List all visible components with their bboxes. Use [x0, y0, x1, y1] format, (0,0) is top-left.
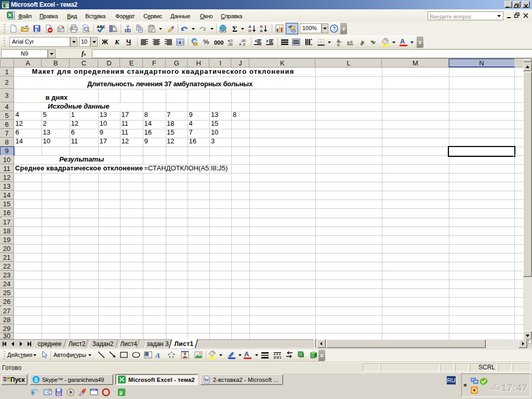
svg-text:?: ?	[332, 26, 336, 32]
svg-text:б: б	[350, 40, 353, 45]
svg-text:W: W	[204, 377, 209, 383]
svg-text:µ: µ	[119, 390, 123, 395]
svg-text:A: A	[145, 352, 148, 356]
svg-text:,00: ,00	[241, 39, 246, 43]
svg-text:,00: ,00	[228, 43, 233, 46]
svg-text:A: A	[155, 351, 161, 359]
svg-text:S: S	[34, 377, 38, 383]
svg-text:аб: аб	[370, 38, 377, 46]
svg-text:А: А	[260, 29, 263, 33]
svg-text:Σ: Σ	[232, 25, 237, 33]
svg-text:аб: аб	[358, 39, 366, 46]
svg-text:,0: ,0	[242, 43, 245, 46]
svg-text:а: а	[347, 40, 350, 45]
svg-text:a: a	[179, 39, 181, 45]
svg-text:Я: Я	[248, 29, 251, 33]
svg-text:,0: ,0	[230, 39, 233, 43]
svg-text:б: б	[337, 43, 340, 46]
